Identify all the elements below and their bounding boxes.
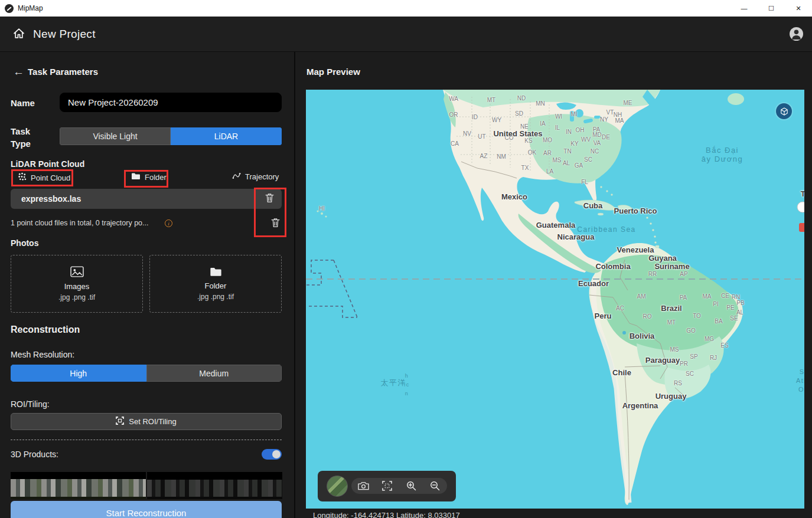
state-label: FL	[581, 179, 588, 185]
country-label: Guatemala	[536, 221, 575, 230]
annotation-box-folder	[124, 170, 168, 188]
lidar-button[interactable]: LiDAR	[171, 127, 282, 145]
project-name-input[interactable]	[60, 93, 282, 112]
ocean-label: 太平洋	[380, 378, 406, 387]
upload-folder-box[interactable]: Folder .jpg .png .tif	[149, 255, 282, 313]
state-label: SC	[686, 371, 694, 377]
country-label: Chile	[612, 368, 631, 377]
toggle-knob	[272, 450, 281, 458]
info-icon[interactable]: i	[165, 219, 172, 227]
reconstruction-title: Reconstruction	[11, 324, 80, 335]
file-summary: 1 point cloud files in total, 0 trajecto…	[11, 219, 148, 227]
country-label: Ecuador	[578, 279, 609, 288]
country-label: Guyana	[648, 254, 677, 263]
photos-title: Photos	[11, 238, 38, 248]
ocean-label: Bắc Đại ây Dương	[702, 146, 743, 163]
country-label: Uruguay	[656, 392, 687, 401]
country-label: United States	[493, 129, 542, 138]
upload-images-label: Images	[64, 282, 90, 291]
state-label: WA	[449, 96, 458, 102]
minimize-button[interactable]: —	[731, 0, 758, 17]
state-label: OK	[528, 149, 536, 156]
state-label: ND	[517, 95, 526, 101]
annotation-box-delete	[254, 188, 286, 237]
state-label: RR	[648, 271, 657, 277]
state-label: MD	[592, 132, 602, 138]
state-label: BA	[715, 318, 722, 324]
country-label: Colombia	[595, 262, 630, 271]
map-3d-cube-button[interactable]	[776, 103, 792, 119]
state-label: TN	[563, 148, 571, 155]
state-label: UT	[478, 133, 485, 140]
fit-bounds-icon[interactable]	[381, 480, 394, 493]
map-preview-title: Map Preview	[306, 67, 360, 77]
products-label: 3D Products:	[11, 450, 58, 459]
user-avatar[interactable]	[790, 27, 803, 41]
product-thumbnail-mesh	[11, 472, 146, 499]
mesh-resolution-label: Mesh Resolution:	[11, 350, 74, 359]
roi-tiling-label: ROI/Tiling:	[11, 399, 50, 409]
state-label: GO	[686, 327, 696, 334]
tab-trajectory-label: Trajectory	[245, 172, 279, 181]
products-toggle[interactable]	[262, 449, 282, 460]
close-button[interactable]: ✕	[785, 0, 812, 17]
country-label: Mexico	[501, 192, 527, 201]
zoom-out-icon[interactable]	[429, 480, 442, 493]
state-label: WI	[555, 113, 562, 120]
basemap-thumbnail[interactable]	[327, 476, 348, 497]
state-label: OR	[449, 112, 458, 118]
state-label: SD	[515, 110, 523, 117]
app-header: New Project	[0, 17, 812, 52]
country-label: Puerto Rico	[614, 206, 657, 215]
state-label: RJ	[710, 355, 717, 361]
state-label: MS	[670, 346, 679, 353]
state-label: RO	[643, 313, 652, 320]
state-label: SP	[690, 353, 697, 360]
camera-icon[interactable]	[357, 480, 370, 493]
mesh-high-button[interactable]: High	[11, 365, 146, 382]
country-label: Paraguay	[645, 356, 680, 365]
app-logo-icon	[5, 4, 14, 13]
annotation-box-point-cloud	[11, 169, 73, 186]
state-label: AP	[680, 271, 687, 277]
maximize-button[interactable]: ☐	[758, 0, 785, 17]
state-label: MG	[705, 336, 714, 342]
file-name: expressbox.las	[21, 194, 81, 204]
state-label: GA	[575, 162, 583, 169]
state-label: AZ	[480, 153, 488, 159]
cursor-coordinates: Longitude: -164.424713 Latitude: 8.03301…	[313, 511, 460, 518]
state-label: SC	[584, 156, 592, 163]
map-preview-panel: Map Preview	[295, 52, 812, 518]
home-icon[interactable]	[13, 28, 25, 41]
state-label: WV	[581, 136, 591, 143]
folder-icon	[210, 267, 222, 279]
visible-light-button[interactable]: Visible Light	[60, 127, 171, 145]
state-label: PR	[680, 360, 688, 367]
state-label: MS	[553, 157, 562, 163]
lidar-section-title: LiDAR Point Cloud	[11, 159, 84, 169]
state-label: KS	[524, 137, 532, 144]
start-reconstruction-button[interactable]: Start Reconstruction	[11, 501, 282, 518]
country-label: Tây	[801, 189, 804, 198]
section-divider	[11, 440, 282, 440]
country-label: Argentina	[622, 401, 658, 410]
state-label: PI	[713, 301, 718, 307]
task-type-segmented: Visible Light LiDAR	[60, 127, 282, 145]
state-label: ID	[472, 114, 478, 120]
tab-trajectory[interactable]: Trajectory	[232, 172, 279, 181]
state-label: MA	[615, 117, 624, 124]
state-label: VT	[606, 109, 614, 116]
state-label: VA	[593, 140, 601, 146]
country-label: Bolivia	[630, 332, 655, 340]
state-label: PA	[680, 294, 687, 301]
mesh-medium-button[interactable]: Medium	[146, 365, 282, 382]
upload-images-box[interactable]: Images .jpg .png .tif	[11, 255, 143, 313]
panel-title: Task Parameters	[28, 67, 98, 77]
country-label: Brazil	[661, 304, 681, 313]
back-button[interactable]: ←	[13, 65, 24, 78]
zoom-in-icon[interactable]	[405, 480, 418, 493]
set-roi-button[interactable]: Set ROI/Tiling	[11, 413, 282, 430]
point-cloud-file-row: expressbox.las	[11, 189, 282, 209]
map-canvas[interactable]: Bắc Đại ây Dương太平洋h ic nCaribbean SeaSo…	[306, 90, 804, 509]
state-label: IN	[566, 129, 572, 135]
